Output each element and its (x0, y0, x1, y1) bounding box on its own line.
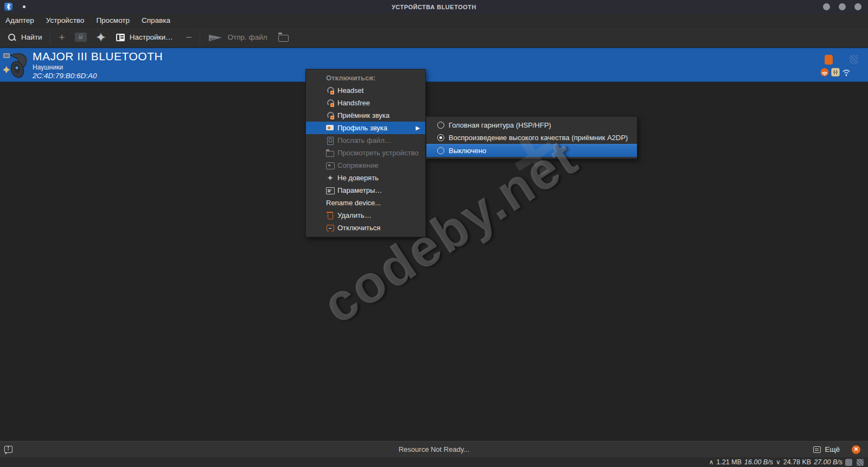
audio-profile-option-1[interactable]: Головная гарнитура (HSP/HFP) (426, 119, 637, 131)
more-icon (813, 446, 821, 453)
close-notification-button[interactable]: ✕ (852, 445, 860, 454)
context-menu-item-7: Просмотреть устройство (306, 147, 425, 159)
remove-button[interactable]: − (186, 32, 192, 42)
headset-icon (326, 99, 334, 107)
context-menu-item-2[interactable]: Headset (306, 84, 425, 97)
menu-item-label: Профиль звука (337, 124, 387, 132)
headset-icon (326, 86, 334, 94)
tray-icon-1[interactable] (845, 459, 852, 466)
tray-icon-2[interactable] (857, 459, 864, 466)
context-menu-item-11[interactable]: Rename device... (306, 197, 425, 209)
minus-icon: − (186, 32, 192, 42)
trust-button[interactable]: ✦ (95, 33, 106, 42)
send-file-label: Отпр. файл (228, 33, 267, 41)
trash-icon (326, 211, 334, 219)
upload-icon: ∧ (709, 458, 714, 466)
trust-icon: ✦ (95, 33, 106, 42)
toolbar: Найти + ✦ Настройки… − Отпр. файл (0, 27, 868, 48)
add-device-button[interactable]: + (59, 32, 65, 42)
device-type: Наушники (33, 64, 163, 71)
context-menu-item-13[interactable]: Отключиться (306, 222, 425, 234)
context-menu-item-6: Послать файл… (306, 134, 425, 147)
audio-profile-submenu: Головная гарнитура (HSP/HFP)Воспроизведе… (426, 116, 637, 159)
download-speed: 27.00 B/s (814, 458, 843, 466)
titlebar: УСТРОЙСТВА BLUETOOTH (0, 0, 868, 14)
menu-item-label: Сопряжение (337, 161, 378, 169)
more-label: Ещё (825, 445, 840, 453)
menu-item-label: Параметры… (337, 186, 382, 194)
settings-icon (116, 34, 125, 41)
menu-item-label: Отключиться (337, 224, 380, 232)
device-name: MAJOR III BLUETOOTH (33, 50, 163, 63)
menubar-item-4[interactable]: Справка (142, 16, 170, 24)
radio-icon (437, 147, 444, 154)
paper-plane-icon (209, 34, 223, 41)
signal-strength-icon (842, 68, 851, 77)
send-file-button[interactable]: Отпр. файл (209, 33, 267, 41)
context-menu-item-8: Сопряжение (306, 159, 425, 172)
menu-item-label: Отключиться: (326, 74, 375, 82)
pairing-icon (326, 161, 334, 169)
audio-profile-label: Воспроизведение высокого качества (приём… (449, 134, 628, 142)
send-file-icon (326, 136, 334, 144)
menubar-item-2[interactable]: Устройство (46, 16, 85, 24)
context-menu-item-12[interactable]: Удалить… (306, 209, 425, 222)
window-minimize-button[interactable] (823, 3, 830, 10)
menu-item-label: Послать файл… (337, 136, 392, 144)
context-menu-item-5[interactable]: Профиль звука▶ (306, 122, 425, 134)
audio-link-icon (831, 68, 840, 77)
audio-profile-label: Головная гарнитура (HSP/HFP) (449, 121, 551, 129)
menu-item-label: Handsfree (337, 99, 370, 107)
headset-device-icon (2, 50, 30, 80)
toolbar-separator (50, 31, 50, 44)
setup-button[interactable]: Настройки… (116, 33, 173, 41)
search-label: Найти (21, 33, 42, 41)
context-menu-item-10[interactable]: Параметры… (306, 184, 425, 197)
menubar: АдаптерУстройствоПросмотрСправка (0, 14, 868, 27)
radio-icon (437, 122, 444, 129)
upload-speed: 16.00 B/s (744, 458, 773, 466)
audio-profile-option-2[interactable]: Воспроизведение высокого качества (приём… (426, 131, 637, 144)
disconnect-icon (326, 224, 334, 232)
device-row[interactable]: MAJOR III BLUETOOTH Наушники 2C:4D:79:B0… (0, 48, 868, 82)
download-total: 24.78 KB (783, 458, 811, 466)
setup-label: Настройки… (130, 33, 173, 41)
battery-status-icon (825, 55, 833, 65)
search-button[interactable]: Найти (8, 33, 42, 42)
radio-selected-icon (437, 134, 444, 141)
context-menu-item-4[interactable]: Приёмник звука (306, 109, 425, 122)
pair-button[interactable] (75, 33, 87, 42)
folder-sm-icon (326, 149, 334, 157)
plus-icon: + (59, 32, 65, 42)
rssi-icon (820, 68, 829, 77)
device-info: MAJOR III BLUETOOTH Наушники 2C:4D:79:B0… (33, 50, 163, 80)
menubar-item-1[interactable]: Адаптер (5, 16, 34, 24)
toolbar-separator (200, 31, 200, 44)
menu-item-label: Не доверять (337, 174, 379, 182)
device-context-menu: Отключиться:HeadsetHandsfreeПриёмник зву… (305, 69, 426, 237)
window-controls (823, 3, 861, 10)
menu-item-label: Приёмник звука (337, 111, 390, 119)
audio-card-icon (326, 124, 334, 132)
audio-profile-label: Выключено (449, 147, 486, 155)
device-status-icons (820, 54, 858, 79)
window-maximize-button[interactable] (839, 3, 846, 10)
menubar-item-3[interactable]: Просмотр (96, 16, 130, 24)
folder-icon (278, 35, 289, 42)
network-stats-panel: ∧ 1.21 MB 16.00 B/s ∨ 24.78 KB 27.00 B/s (0, 457, 868, 467)
browse-files-button[interactable] (278, 33, 289, 42)
window-close-button[interactable] (854, 3, 861, 10)
audio-profile-option-3[interactable]: Выключено (426, 144, 637, 157)
upload-total: 1.21 MB (717, 458, 742, 466)
context-menu-item-1: Отключиться: (306, 72, 425, 84)
context-menu-item-3[interactable]: Handsfree (306, 97, 425, 109)
properties-icon (326, 186, 334, 194)
more-button[interactable]: Ещё (813, 445, 840, 453)
download-icon: ∨ (776, 458, 781, 466)
submenu-arrow-icon: ▶ (416, 125, 420, 131)
device-address: 2C:4D:79:B0:6D:A0 (33, 72, 163, 80)
trust-sm-icon: ✦ (326, 174, 334, 182)
context-menu-item-9[interactable]: ✦Не доверять (306, 172, 425, 184)
menu-item-label: Headset (337, 86, 363, 94)
headset-icon (326, 111, 334, 119)
